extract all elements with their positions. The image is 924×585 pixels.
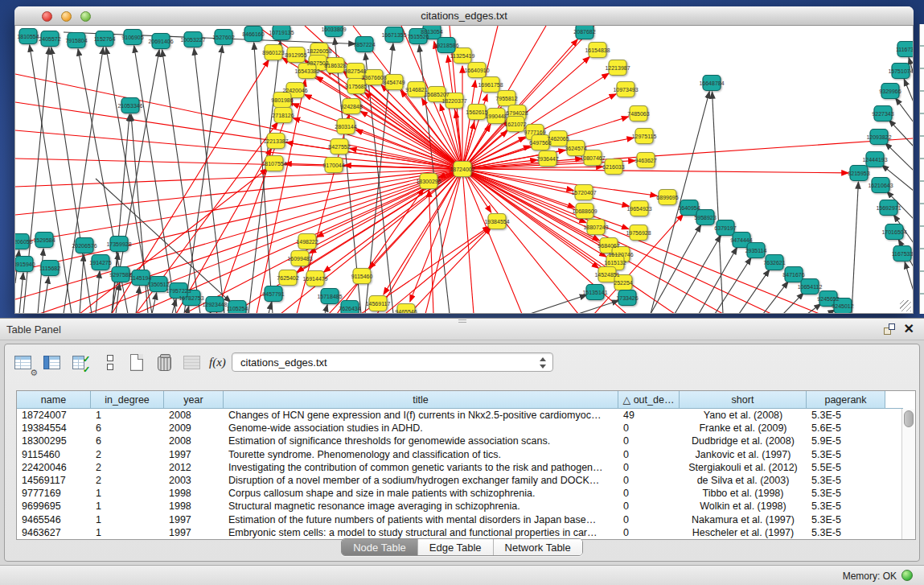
cell-title: Corpus callosum shape and size in male p… — [224, 487, 618, 500]
row-height-button[interactable] — [100, 352, 122, 375]
node-label: 9463627 — [634, 158, 656, 163]
node-label: 9684067 — [598, 243, 619, 249]
panel-divider-grip[interactable] — [458, 319, 466, 323]
fx-icon: f(x) — [209, 356, 226, 369]
column-header-title[interactable]: title — [224, 391, 618, 409]
node-label: 8215953 — [848, 171, 869, 176]
node-label: 7515526 — [407, 34, 429, 39]
node-label: 1990448 — [485, 113, 507, 119]
network-desktop: citations_edges.txt — [0, 0, 924, 318]
close-panel-icon[interactable]: ✕ — [904, 321, 914, 336]
column-header-out_degree[interactable]: △ out_de… — [618, 391, 680, 409]
node-label: 19654923 — [626, 206, 651, 212]
node-label: 16543382 — [294, 68, 319, 74]
table-row[interactable]: 2242004622012Investigating the contribut… — [17, 461, 885, 474]
table-row[interactable]: 1938455462009Genome-wide association stu… — [17, 422, 885, 435]
node-label: 20206576 — [72, 243, 97, 249]
node-label: 14524851 — [594, 272, 619, 278]
cell-out_degree: 0 — [618, 513, 680, 526]
tab-node-table[interactable]: Node Table — [342, 539, 418, 555]
column-header-in_degree[interactable]: in_degree — [91, 391, 164, 409]
column-header-name[interactable]: name — [17, 391, 91, 409]
node-label: 15685207 — [424, 92, 449, 97]
node-label: 1914275 — [89, 260, 111, 266]
column-header-short[interactable]: short — [680, 391, 807, 409]
node-label: 7632621 — [763, 260, 785, 266]
table-row[interactable]: 977716911998Corpus callosum shape and si… — [17, 487, 885, 500]
show-columns-button[interactable] — [42, 352, 64, 375]
cell-in_degree: 1 — [91, 526, 164, 539]
node-label: 16914479 — [302, 276, 327, 282]
cell-out_degree: 0 — [618, 422, 680, 435]
cell-title: Tourette syndrome. Phenomenology and cla… — [224, 448, 618, 461]
table-settings-button[interactable]: ⚙ — [13, 352, 35, 375]
node-label: 9465546 — [395, 309, 417, 315]
node-label: 9242848 — [340, 104, 362, 109]
cell-out_degree: 0 — [618, 526, 680, 539]
cell-year: 1997 — [164, 513, 224, 526]
node-label: 7462065 — [547, 136, 569, 142]
table-row[interactable]: 1872400712008Changes of HCN gene express… — [17, 409, 885, 422]
network-canvas[interactable]: 8960123891295518226058982750316543382818… — [14, 26, 914, 314]
node-label: 7955812 — [495, 96, 517, 101]
window-resize-grip[interactable] — [900, 300, 911, 311]
cell-out_degree: 0 — [618, 461, 680, 474]
cell-short: Stergiakouli et al. (2012) — [680, 461, 807, 474]
network-table-select[interactable]: citations_edges.txt — [232, 352, 553, 372]
float-panel-icon[interactable] — [884, 323, 895, 335]
cell-name: 18300295 — [17, 435, 91, 447]
status-bar: Memory: OK — [0, 565, 924, 585]
table-panel-header[interactable]: Table Panel ✕ — [0, 319, 924, 340]
node-label: 1116734 — [896, 47, 914, 52]
node-label: 15751074 — [888, 68, 913, 74]
table-row[interactable]: 969969511998Structural magnetic resonanc… — [17, 500, 885, 513]
cell-short: Yano et al. (2008) — [680, 409, 807, 422]
scrollbar-thumb[interactable] — [904, 410, 914, 427]
tab-edge-table[interactable]: Edge Table — [418, 539, 494, 555]
cell-out_degree: 49 — [618, 409, 680, 422]
vertical-scrollbar[interactable] — [901, 409, 915, 539]
window-titlebar[interactable]: citations_edges.txt — [14, 6, 914, 26]
node-label: 1350512 — [147, 282, 169, 287]
node-label: 1733426 — [616, 295, 638, 301]
node-label: 14569117 — [366, 301, 391, 307]
cell-in_degree: 2 — [91, 461, 164, 474]
trash-icon — [158, 356, 171, 371]
function-builder-button[interactable]: f(x) — [209, 352, 232, 375]
node-label: 10807467 — [580, 155, 605, 161]
table-row[interactable]: 911546021997Tourette syndrome. Phenomeno… — [17, 448, 885, 461]
cell-name: 9463627 — [17, 526, 91, 539]
node-label: 8471676 — [782, 272, 804, 278]
node-label: 7915804 — [65, 38, 87, 43]
node-label: 17957223 — [166, 288, 191, 294]
memory-status-icon[interactable] — [901, 570, 913, 581]
node-label: 2936447 — [536, 156, 558, 162]
node-label: 9297588 — [109, 272, 131, 278]
cell-in_degree: 6 — [91, 422, 164, 435]
cell-in_degree: 6 — [91, 435, 164, 447]
node-label: 6899695 — [656, 195, 678, 200]
cell-pagerank: 5.6E-5 — [807, 422, 885, 435]
node-label: 10973493 — [613, 87, 638, 93]
select-columns-button[interactable]: ✓✓ — [71, 352, 93, 375]
cell-year: 2008 — [164, 435, 224, 447]
node-label: 15692971 — [876, 205, 901, 211]
table-row[interactable]: 946554611997Estimation of the future num… — [17, 513, 885, 526]
tab-network-table[interactable]: Network Table — [494, 539, 582, 555]
delete-table-button[interactable] — [154, 352, 177, 375]
network-window[interactable]: citations_edges.txt — [14, 6, 914, 314]
table-row[interactable]: 1456911722003Disruption of a novel membe… — [17, 474, 885, 487]
cell-name: 9699695 — [17, 500, 91, 513]
table-row[interactable]: 1830029562008Estimation of significance … — [17, 435, 885, 447]
new-table-button[interactable] — [127, 352, 150, 375]
column-header-pagerank[interactable]: pagerank — [807, 391, 885, 409]
table-row[interactable]: 946362711997Embryonic stem cells: a mode… — [17, 526, 885, 539]
column-header-year[interactable]: year — [164, 391, 224, 409]
node-label: 16961758 — [478, 82, 503, 88]
node-label: 12213987 — [605, 65, 630, 71]
node-label: 9245652 — [817, 296, 839, 302]
node-label: 16640910 — [464, 68, 489, 73]
disabled-table-icon — [183, 356, 200, 369]
node-label: 16671355 — [381, 32, 406, 38]
cell-pagerank: 5.3E-5 — [807, 474, 885, 487]
